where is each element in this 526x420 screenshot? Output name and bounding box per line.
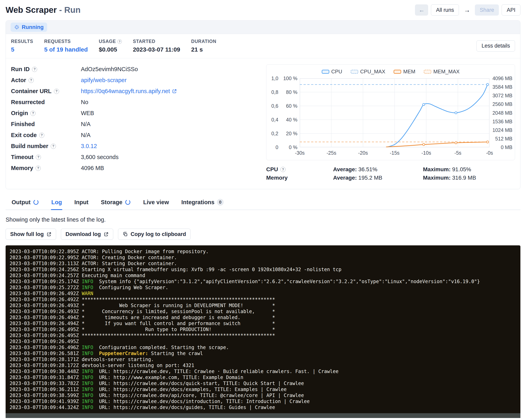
status-badge-label: Running [22, 24, 43, 30]
help-icon[interactable]: ? [117, 39, 122, 44]
detail-row-timeout: Timeout? 3,600 seconds [11, 154, 258, 165]
detail-value: AdOz5evimh9NCiSSo [81, 66, 138, 72]
less-details-button[interactable]: Less details [476, 40, 515, 51]
log-line: 2023-03-07T10:09:23.113Z ACTOR: Starting… [10, 261, 516, 266]
log-line: 2023-03-07T10:09:26.492Z WARN [10, 290, 516, 297]
help-icon[interactable]: ? [30, 111, 36, 116]
detail-label: Timeout [11, 154, 33, 160]
tab-label: Storage [101, 199, 122, 205]
copy-log-button[interactable]: Copy log to clipboard [118, 229, 191, 240]
axis-tick: -10s [421, 150, 431, 156]
stat-duration-label: DURATION [191, 39, 216, 44]
tab-log[interactable]: Log [51, 196, 62, 210]
actor-link[interactable]: apify/web-scraper [81, 77, 127, 83]
tab-label: Output [11, 199, 30, 205]
help-icon[interactable]: ? [36, 166, 41, 171]
legend-label: CPU_MAX [360, 69, 385, 75]
log-line: 2023-03-07T10:09:25.272Z INFO Configurin… [10, 285, 516, 290]
log-line: 2023-03-07T10:09:26.495Z [10, 338, 516, 345]
axis-tick: -15s [390, 150, 400, 156]
share-button[interactable]: Share [475, 4, 499, 16]
stat-results-value[interactable]: 5 [11, 46, 33, 53]
chart-body: 1,00,80,60,40,20 100 %80 %60 %40 %20 %0 … [269, 78, 512, 157]
container-url-link[interactable]: https://0q64wnacgyft.runs.apify.net [81, 88, 177, 94]
tab-live-view[interactable]: Live view [143, 196, 169, 210]
help-icon[interactable]: ? [280, 167, 285, 172]
tab-storage[interactable]: Storage [101, 196, 131, 210]
detail-value: N/A [81, 121, 91, 127]
detail-value: N/A [81, 132, 91, 138]
legend-swatch [322, 70, 329, 74]
stats-row: RESULTS 5 REQUESTS 5 of 19 handled USAGE… [6, 34, 520, 58]
tab-input[interactable]: Input [74, 196, 89, 210]
detail-label: Finished [11, 121, 35, 127]
detail-value: WEB [81, 110, 94, 116]
arrow-right-icon: → [464, 6, 470, 14]
detail-row-exit-code: Exit code? N/A [11, 132, 258, 143]
detail-value: 4096 MB [81, 165, 104, 171]
build-number-link[interactable]: 3.0.12 [81, 143, 97, 149]
log-line: 2023-03-07T10:09:26.494Z * timeouts are … [10, 315, 516, 320]
y-axis-percent: 100 %80 %60 %40 %20 %0 % [281, 78, 298, 147]
x-axis: -30s-25s-20s-15s-10s-5s-0s [300, 150, 489, 157]
legend-item[interactable]: CPU_MAX [351, 69, 385, 75]
tab-output[interactable]: Output [11, 196, 39, 210]
log-line: 2023-03-07T10:09:36.211Z INFO URL: https… [10, 386, 516, 392]
legend-item[interactable]: MEM [394, 69, 415, 75]
cpu-summary-label: CPU ? [266, 166, 333, 173]
axis-tick: 60 % [286, 103, 297, 109]
legend-item[interactable]: MEM_MAX [424, 69, 459, 75]
log-terminal-lines: 2023-03-07T10:09:22.895Z ACTOR: Pulling … [6, 249, 520, 410]
api-button[interactable]: API [502, 4, 520, 16]
plot-area: -30s-25s-20s-15s-10s-5s-0s [300, 78, 489, 157]
detail-row-memory: Memory? 4096 MB [11, 165, 258, 176]
help-icon[interactable]: ? [54, 89, 59, 94]
axis-tick: 2048 MB [492, 110, 512, 116]
download-log-button[interactable]: Download log [61, 229, 113, 240]
tab-integrations[interactable]: Integrations 0 [181, 196, 224, 210]
help-icon[interactable]: ? [39, 133, 44, 138]
next-run-button[interactable]: → [462, 4, 472, 16]
stat-results: RESULTS 5 [11, 39, 33, 53]
legend-swatch [394, 70, 401, 74]
external-link-icon [47, 232, 51, 237]
stat-usage: USAGE ? $0.005 [99, 39, 122, 53]
stat-started-label: STARTED [133, 39, 180, 44]
memory-label-text: Memory [266, 175, 288, 181]
log-line: 2023-03-07T10:09:26.581Z INFO PuppeteerC… [10, 350, 516, 357]
axis-tick: 0,6 [271, 103, 278, 109]
log-line: 2023-03-07T10:09:33.782Z INFO URL: https… [10, 380, 516, 386]
copy-icon [123, 232, 128, 237]
log-horizontal-scrollbar[interactable] [6, 413, 520, 418]
page-title: Web Scraper - Run [6, 5, 81, 15]
help-icon[interactable]: ? [32, 67, 37, 72]
loading-arc-icon [33, 199, 39, 205]
page-title-main: Web Scraper [6, 5, 57, 15]
container-url-text: https://0q64wnacgyft.runs.apify.net [81, 88, 170, 94]
y-axis-memory: 4096 MB3584 MB3072 MB2560 MB2048 MB1536 … [492, 78, 512, 147]
legend-item[interactable]: CPU [322, 69, 342, 75]
detail-label: Build number [11, 143, 48, 149]
log-line: 2023-03-07T10:09:30.448Z INFO URL: https… [10, 369, 516, 374]
help-icon[interactable]: ? [36, 155, 41, 160]
legend-label: MEM_MAX [433, 69, 459, 75]
help-icon[interactable]: ? [51, 144, 56, 149]
show-full-log-button[interactable]: Show full log [6, 229, 56, 240]
help-icon[interactable]: ? [29, 78, 34, 83]
axis-tick: 0 % [289, 144, 297, 150]
axis-tick: 0,8 [271, 89, 278, 95]
legend-swatch [351, 70, 358, 74]
detail-label: Resurrected [11, 99, 45, 105]
run-card: Running RESULTS 5 REQUESTS 5 of 19 handl… [6, 20, 520, 189]
log-terminal[interactable]: 2023-03-07T10:09:22.895Z ACTOR: Pulling … [6, 245, 520, 418]
previous-run-button[interactable]: ← [415, 4, 428, 16]
legend-swatch [424, 70, 431, 74]
axis-tick: -25s [326, 150, 336, 156]
arrow-left-icon: ← [419, 7, 425, 13]
stat-requests-value[interactable]: 5 of 19 handled [44, 46, 88, 53]
detail-row-origin: Origin? WEB [11, 110, 258, 121]
axis-tick: 1,0 [271, 75, 278, 81]
stat-results-label: RESULTS [11, 39, 33, 44]
page: Web Scraper - Run ← All runs → Share API… [0, 0, 526, 418]
all-runs-button[interactable]: All runs [431, 4, 459, 16]
